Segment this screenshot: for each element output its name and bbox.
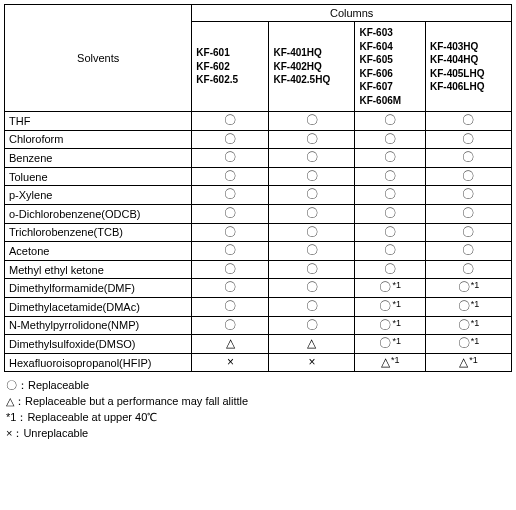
compatibility-mark: 〇 <box>425 130 511 149</box>
solvent-name: Chloroform <box>5 130 192 149</box>
legend: 〇：Replaceable △：Replaceable but a perfor… <box>4 378 516 442</box>
compatibility-mark: 〇 <box>192 130 269 149</box>
compatibility-mark: 〇 <box>192 186 269 205</box>
table-row: Hexafluoroisopropanol(HFIP)××△*1△*1 <box>5 353 512 372</box>
note-marker: *1 <box>471 299 480 309</box>
compatibility-mark: 〇 <box>192 260 269 279</box>
table-row: THF〇〇〇〇 <box>5 112 512 131</box>
solvent-name: Methyl ethyl ketone <box>5 260 192 279</box>
compatibility-mark: 〇*1 <box>425 335 511 354</box>
compatibility-mark: 〇 <box>355 130 426 149</box>
compatibility-mark: △*1 <box>425 353 511 372</box>
compatibility-mark: 〇 <box>269 204 355 223</box>
compatibility-mark: 〇 <box>355 260 426 279</box>
note-marker: *1 <box>392 336 401 346</box>
compatibility-mark: 〇 <box>269 167 355 186</box>
table-row: Acetone〇〇〇〇 <box>5 242 512 261</box>
compatibility-mark: 〇 <box>269 130 355 149</box>
col-group-1: KF-601KF-602KF-602.5 <box>192 22 269 112</box>
col-group-4: KF-403HQKF-404HQKF-405LHQKF-406LHQ <box>425 22 511 112</box>
compatibility-mark: 〇*1 <box>425 316 511 335</box>
note-marker: *1 <box>471 280 480 290</box>
compatibility-mark: 〇*1 <box>355 335 426 354</box>
compatibility-mark: 〇 <box>425 242 511 261</box>
table-row: Dimethylacetamide(DMAc)〇〇〇*1〇*1 <box>5 297 512 316</box>
table-row: Methyl ethyl ketone〇〇〇〇 <box>5 260 512 279</box>
solvent-name: Toluene <box>5 167 192 186</box>
solvent-name: Dimethylsulfoxide(DMSO) <box>5 335 192 354</box>
compatibility-mark: 〇*1 <box>355 279 426 298</box>
compatibility-mark: 〇 <box>269 316 355 335</box>
compatibility-mark: 〇 <box>192 242 269 261</box>
compatibility-mark: △ <box>192 335 269 354</box>
compatibility-mark: 〇 <box>192 223 269 242</box>
table-row: Dimethylsulfoxide(DMSO)△△〇*1〇*1 <box>5 335 512 354</box>
compatibility-mark: 〇 <box>269 242 355 261</box>
compatibility-mark: 〇 <box>425 149 511 168</box>
note-marker: *1 <box>391 355 400 365</box>
compatibility-mark: 〇 <box>425 167 511 186</box>
header-solvents: Solvents <box>5 5 192 112</box>
compatibility-mark: 〇 <box>192 149 269 168</box>
table-row: Trichlorobenzene(TCB)〇〇〇〇 <box>5 223 512 242</box>
table-row: Benzene〇〇〇〇 <box>5 149 512 168</box>
compatibility-mark: 〇 <box>355 242 426 261</box>
header-columns: Columns <box>192 5 512 22</box>
compatibility-mark: 〇*1 <box>425 279 511 298</box>
table-row: o-Dichlorobenzene(ODCB)〇〇〇〇 <box>5 204 512 223</box>
compatibility-mark: 〇 <box>269 297 355 316</box>
solvent-name: THF <box>5 112 192 131</box>
solvent-name: N-Methylpyrrolidone(NMP) <box>5 316 192 335</box>
compatibility-mark: 〇 <box>269 260 355 279</box>
note-marker: *1 <box>392 318 401 328</box>
compatibility-mark: 〇 <box>425 204 511 223</box>
compatibility-mark: 〇 <box>269 112 355 131</box>
table-body: THF〇〇〇〇Chloroform〇〇〇〇Benzene〇〇〇〇Toluene〇… <box>5 112 512 372</box>
compatibility-mark: 〇 <box>269 279 355 298</box>
note-marker: *1 <box>471 318 480 328</box>
compatibility-mark: 〇 <box>269 223 355 242</box>
compatibility-mark: 〇*1 <box>355 297 426 316</box>
solvent-name: o-Dichlorobenzene(ODCB) <box>5 204 192 223</box>
legend-note1: *1：Replaceable at upper 40℃ <box>6 410 516 426</box>
compatibility-mark: 〇 <box>425 112 511 131</box>
compatibility-table: Solvents Columns KF-601KF-602KF-602.5 KF… <box>4 4 512 372</box>
compatibility-mark: 〇 <box>425 260 511 279</box>
note-marker: *1 <box>392 280 401 290</box>
compatibility-mark: × <box>192 353 269 372</box>
table-row: Dimethylformamide(DMF)〇〇〇*1〇*1 <box>5 279 512 298</box>
compatibility-mark: 〇 <box>192 167 269 186</box>
compatibility-mark: 〇 <box>192 316 269 335</box>
compatibility-mark: △ <box>269 335 355 354</box>
compatibility-mark: 〇*1 <box>425 297 511 316</box>
table-row: p-Xylene〇〇〇〇 <box>5 186 512 205</box>
solvent-name: Hexafluoroisopropanol(HFIP) <box>5 353 192 372</box>
compatibility-mark: 〇 <box>269 186 355 205</box>
table-row: Toluene〇〇〇〇 <box>5 167 512 186</box>
compatibility-mark: 〇 <box>355 204 426 223</box>
solvent-name: Dimethylformamide(DMF) <box>5 279 192 298</box>
legend-performance: △：Replaceable but a performance may fall… <box>6 394 516 410</box>
compatibility-mark: 〇 <box>355 223 426 242</box>
solvent-name: Dimethylacetamide(DMAc) <box>5 297 192 316</box>
compatibility-mark: 〇 <box>355 112 426 131</box>
compatibility-mark: 〇 <box>192 297 269 316</box>
col-group-2: KF-401HQKF-402HQKF-402.5HQ <box>269 22 355 112</box>
table-row: N-Methylpyrrolidone(NMP)〇〇〇*1〇*1 <box>5 316 512 335</box>
compatibility-mark: 〇 <box>425 186 511 205</box>
note-marker: *1 <box>392 299 401 309</box>
compatibility-mark: 〇 <box>192 112 269 131</box>
table-row: Chloroform〇〇〇〇 <box>5 130 512 149</box>
compatibility-mark: 〇 <box>269 149 355 168</box>
compatibility-mark: 〇 <box>355 149 426 168</box>
solvent-name: p-Xylene <box>5 186 192 205</box>
compatibility-mark: 〇*1 <box>355 316 426 335</box>
col-group-3: KF-603KF-604KF-605KF-606KF-607KF-606M <box>355 22 426 112</box>
compatibility-mark: △*1 <box>355 353 426 372</box>
compatibility-mark: × <box>269 353 355 372</box>
compatibility-mark: 〇 <box>355 167 426 186</box>
solvent-name: Trichlorobenzene(TCB) <box>5 223 192 242</box>
compatibility-mark: 〇 <box>425 223 511 242</box>
compatibility-mark: 〇 <box>192 279 269 298</box>
compatibility-mark: 〇 <box>355 186 426 205</box>
